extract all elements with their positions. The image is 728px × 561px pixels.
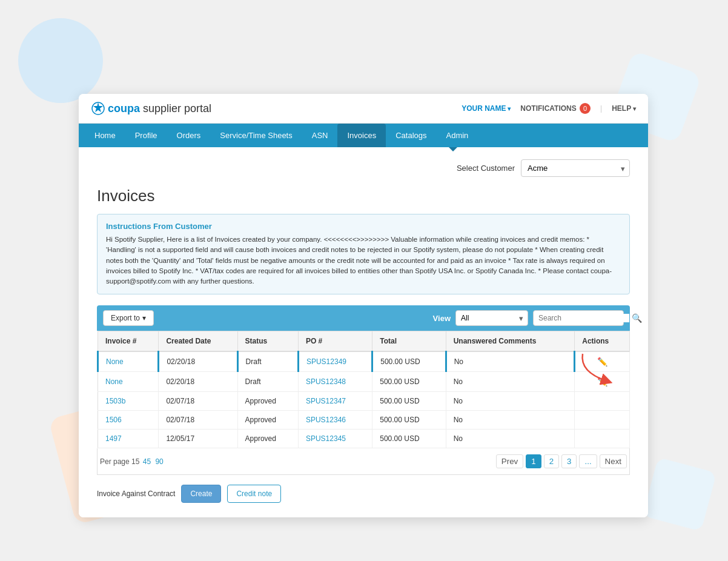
table-header-row: Invoice # Created Date Status PO # Total… (98, 331, 630, 352)
bg-shape-top-left (18, 18, 103, 103)
table-row: 1506 02/07/18 Approved SPUS12346 500.00 … (98, 411, 630, 430)
search-box: 🔍 (533, 310, 624, 326)
nav-item-profile[interactable]: Profile (125, 124, 167, 147)
customer-selector-row: Select Customer Acme Spotify (97, 159, 630, 177)
table-row: None 02/20/18 Draft SPUS12348 500.00 USD… (98, 372, 630, 392)
per-page-label: Per page (100, 457, 130, 466)
po-link-0[interactable]: SPUS12349 (306, 357, 346, 366)
create-button[interactable]: Create (181, 485, 221, 503)
cell-date-4: 12/05/17 (159, 430, 237, 448)
cell-date-3: 02/07/18 (159, 411, 237, 430)
export-button[interactable]: Export to ▾ (103, 310, 154, 326)
table-wrapper: Invoice # Created Date Status PO # Total… (97, 331, 630, 448)
header-divider: | (600, 104, 602, 113)
edit-icon[interactable]: ✏️ (597, 377, 607, 387)
cell-total-4: 500.00 USD (372, 430, 446, 448)
invoice-link-1[interactable]: None (105, 377, 123, 386)
nav-item-asn[interactable]: ASN (302, 124, 338, 147)
cell-total-1: 500.00 USD (372, 372, 446, 392)
col-header-status: Status (237, 331, 298, 352)
cell-total-3: 500.00 USD (372, 411, 446, 430)
cell-status-4: Approved (237, 430, 298, 448)
cell-invoice-0: None (98, 351, 159, 372)
per-page-90[interactable]: 90 (155, 457, 163, 466)
nav-item-admin[interactable]: Admin (436, 124, 478, 147)
col-header-invoice: Invoice # (98, 331, 159, 352)
user-name-button[interactable]: YOUR NAME (462, 104, 511, 113)
coupa-star-icon (91, 101, 105, 116)
export-label: Export to (111, 314, 140, 322)
cell-actions-0: ✏️ (575, 351, 630, 372)
header: coupa supplier portal YOUR NAME NOTIFICA… (79, 94, 648, 124)
cell-actions-3 (575, 411, 630, 430)
bg-shape-bottom-right (643, 457, 716, 531)
pagination-row: Per page 15 45 90 Prev 1 2 3 ... Next (97, 448, 630, 475)
page-title: Invoices (97, 187, 630, 205)
instructions-text: Hi Spotify Supplier, Here is a list of I… (106, 234, 621, 287)
cell-invoice-1: None (98, 372, 159, 392)
cell-invoice-2: 1503b (98, 392, 159, 411)
page-3-button[interactable]: 3 (561, 454, 577, 468)
cell-invoice-3: 1506 (98, 411, 159, 430)
cell-comments-4: No (446, 430, 575, 448)
invoice-against-contract-label: Invoice Against Contract (97, 490, 175, 498)
notification-count: 0 (580, 103, 591, 114)
view-area: View All Draft Approved Pending 🔍 (433, 310, 624, 326)
cell-date-1: 02/20/18 (159, 372, 237, 392)
nav-item-service-time-sheets[interactable]: Service/Time Sheets (210, 124, 302, 147)
customer-select-wrapper: Acme Spotify (521, 159, 630, 177)
page-1-button[interactable]: 1 (526, 454, 541, 468)
col-header-po: PO # (298, 331, 372, 352)
toolbar: Export to ▾ View All Draft Approved Pend… (97, 305, 630, 331)
edit-icon[interactable]: ✏️ (597, 357, 607, 367)
help-button[interactable]: HELP (612, 104, 636, 113)
customer-select[interactable]: Acme Spotify (521, 159, 630, 177)
view-label: View (433, 314, 451, 323)
pagination-controls: Prev 1 2 3 ... Next (496, 454, 627, 468)
nav-item-home[interactable]: Home (85, 124, 125, 147)
instructions-title: Instructions From Customer (106, 222, 621, 231)
logo: coupa supplier portal (91, 101, 211, 116)
cell-status-0: Draft (237, 351, 298, 372)
invoice-link-2[interactable]: 1503b (105, 397, 125, 405)
cell-status-3: Approved (237, 411, 298, 430)
cell-comments-1: No (446, 372, 575, 392)
next-page-button[interactable]: Next (600, 454, 627, 468)
cell-total-2: 500.00 USD (372, 392, 446, 411)
po-link-2[interactable]: SPUS12347 (306, 397, 346, 405)
col-header-date: Created Date (159, 331, 237, 352)
cell-status-2: Approved (237, 392, 298, 411)
cell-comments-0: No (446, 351, 575, 372)
invoice-link-4[interactable]: 1497 (105, 434, 122, 443)
instructions-box: Instructions From Customer Hi Spotify Su… (97, 214, 630, 294)
page-2-button[interactable]: 2 (544, 454, 559, 468)
search-input[interactable] (538, 314, 629, 322)
invoice-link-3[interactable]: 1506 (105, 416, 122, 424)
bottom-buttons: Invoice Against Contract Create Credit n… (97, 475, 630, 505)
per-page-45[interactable]: 45 (143, 457, 151, 466)
cell-po-0: SPUS12349 (298, 351, 372, 372)
col-header-actions: Actions (575, 331, 630, 352)
per-page-selected: 15 (131, 457, 142, 466)
view-select[interactable]: All Draft Approved Pending (455, 310, 528, 326)
page-content: Select Customer Acme Spotify Invoices In… (79, 147, 648, 517)
nav-active-indicator (449, 147, 457, 151)
notifications-button[interactable]: NOTIFICATIONS 0 (520, 103, 591, 114)
po-link-3[interactable]: SPUS12346 (306, 416, 346, 424)
per-page-section: Per page 15 45 90 (100, 457, 165, 466)
header-right: YOUR NAME NOTIFICATIONS 0 | HELP (462, 103, 636, 114)
nav-item-orders[interactable]: Orders (167, 124, 211, 147)
nav-item-catalogs[interactable]: Catalogs (386, 124, 436, 147)
credit-note-button[interactable]: Credit note (227, 485, 281, 503)
prev-page-button[interactable]: Prev (496, 454, 523, 468)
export-chevron-icon: ▾ (142, 314, 146, 322)
cell-po-1: SPUS12348 (298, 372, 372, 392)
invoice-link-0[interactable]: None (106, 357, 124, 366)
cell-actions-2 (575, 392, 630, 411)
po-link-1[interactable]: SPUS12348 (306, 377, 346, 386)
po-link-4[interactable]: SPUS12345 (306, 434, 346, 443)
nav-item-invoices[interactable]: Invoices (337, 124, 386, 147)
page-ellipsis[interactable]: ... (579, 454, 597, 468)
cell-date-2: 02/07/18 (159, 392, 237, 411)
cell-status-1: Draft (237, 372, 298, 392)
